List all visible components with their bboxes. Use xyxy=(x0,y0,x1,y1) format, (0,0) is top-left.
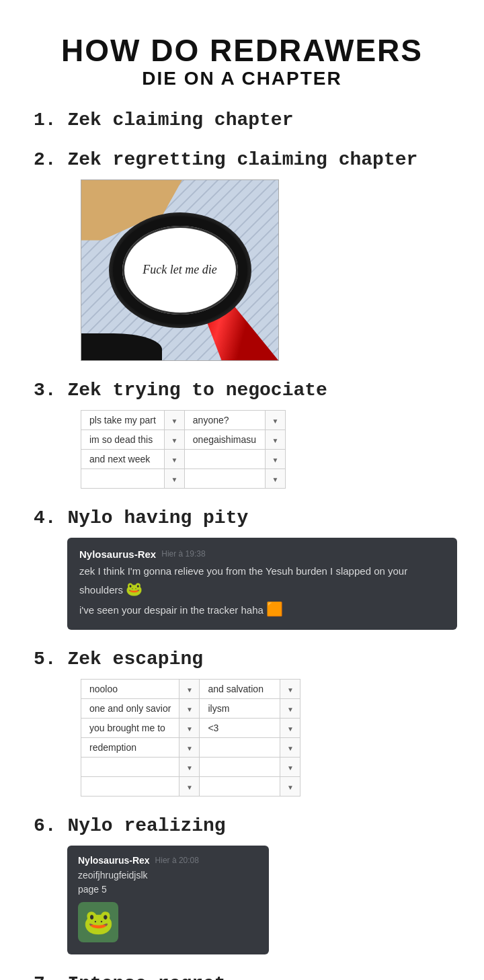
cell-5-r4c3 xyxy=(200,738,280,758)
table-row: ▼ ▼ xyxy=(81,468,286,488)
cell-r4c3 xyxy=(184,468,265,488)
discord-header-6: Nylosaurus-Rex Hier à 20:08 xyxy=(78,855,258,866)
cell-r3c3 xyxy=(184,449,265,468)
section-3-heading: 3. Zek trying to negociate xyxy=(34,380,457,401)
dropdown-5-r1c1[interactable]: ▼ xyxy=(179,680,200,699)
cell-5-r1c3: and salvation xyxy=(200,680,280,699)
title-block: HOW DO REDRAWERS DIE ON A CHAPTER xyxy=(27,34,457,89)
dropdown-r1c2[interactable]: ▼ xyxy=(265,410,285,430)
table-row: redemption ▼ ▼ xyxy=(81,738,300,758)
cell-5-r3c3: <3 xyxy=(200,719,280,738)
bubble-text: Fuck let me die xyxy=(143,263,216,277)
discord-username-6: Nylosaurus-Rex xyxy=(78,855,150,866)
main-title: HOW DO REDRAWERS xyxy=(27,34,457,68)
section-6-heading: 6. Nylo realizing xyxy=(34,815,457,836)
section-1-heading: 1. Zek claiming chapter xyxy=(34,110,457,130)
section-5: 5. Zek escaping nooloo ▼ and salvation ▼… xyxy=(27,649,457,797)
cell-r2c3: onegaishimasu xyxy=(184,430,265,449)
cell-r3c1: and next week xyxy=(81,449,165,468)
section-6: 6. Nylo realizing Nylosaurus-Rex Hier à … xyxy=(27,815,457,954)
sub-title: DIE ON A CHAPTER xyxy=(27,68,457,89)
discord-timestamp-6: Hier à 20:08 xyxy=(155,856,199,865)
cell-5-r6c3 xyxy=(200,777,280,797)
pepe-face-icon: 🐸 xyxy=(78,902,118,942)
cell-5-r1c1: nooloo xyxy=(81,680,179,699)
dropdown-5-r2c1[interactable]: ▼ xyxy=(179,699,200,719)
dropdown-r3c1[interactable]: ▼ xyxy=(164,449,184,468)
cell-5-r6c1 xyxy=(81,777,179,797)
section-3-table: pls take my part ▼ anyone? ▼ im so dead … xyxy=(81,410,286,489)
discord-text-6-1: zeoifjhrugfeidjslk xyxy=(78,868,258,883)
dropdown-5-r2c2[interactable]: ▼ xyxy=(280,699,300,719)
table-row: im so dead this ▼ onegaishimasu ▼ xyxy=(81,430,286,449)
dropdown-5-r4c2[interactable]: ▼ xyxy=(280,738,300,758)
dropdown-5-r5c2[interactable]: ▼ xyxy=(280,758,300,777)
section-2: 2. Zek regretting claiming chapter Fuck … xyxy=(27,149,457,361)
section-1: 1. Zek claiming chapter xyxy=(27,110,457,130)
dropdown-5-r3c2[interactable]: ▼ xyxy=(280,719,300,738)
discord-timestamp-4: Hier à 19:38 xyxy=(161,549,205,559)
dropdown-r3c2[interactable]: ▼ xyxy=(265,449,285,468)
discord-message-4: Nylosaurus-Rex Hier à 19:38 zek I think … xyxy=(67,538,457,630)
cell-r2c1: im so dead this xyxy=(81,430,165,449)
cell-5-r3c1: you brought me to xyxy=(81,719,179,738)
emoji-orange: 🟧 xyxy=(266,602,283,616)
speech-bubble: Fuck let me die xyxy=(113,216,247,324)
cell-r1c1: pls take my part xyxy=(81,410,165,430)
table-row: ▼ ▼ xyxy=(81,777,300,797)
discord-text-4-2: i've seen your despair in the tracker ha… xyxy=(79,599,445,619)
cell-5-r2c1: one and only savior xyxy=(81,699,179,719)
table-row: one and only savior ▼ ilysm ▼ xyxy=(81,699,300,719)
table-row: pls take my part ▼ anyone? ▼ xyxy=(81,410,286,430)
dropdown-5-r5c1[interactable]: ▼ xyxy=(179,758,200,777)
section-3: 3. Zek trying to negociate pls take my p… xyxy=(27,380,457,489)
section-4-heading: 4. Nylo having pity xyxy=(34,507,457,528)
cell-5-r2c3: ilysm xyxy=(200,699,280,719)
section-7-heading: 7. Intense regret xyxy=(34,973,457,980)
discord-text-4-1: zek I think I'm gonna relieve you from t… xyxy=(79,564,445,600)
dropdown-5-r1c2[interactable]: ▼ xyxy=(280,680,300,699)
dropdown-r2c1[interactable]: ▼ xyxy=(164,430,184,449)
dropdown-5-r6c1[interactable]: ▼ xyxy=(179,777,200,797)
discord-text-6-2: page 5 xyxy=(78,883,258,897)
cell-5-r5c1 xyxy=(81,758,179,777)
cell-r4c1 xyxy=(81,468,165,488)
table-row: ▼ ▼ xyxy=(81,758,300,777)
emoji-frog: 🐸 xyxy=(126,581,143,596)
cell-5-r5c3 xyxy=(200,758,280,777)
dropdown-r2c2[interactable]: ▼ xyxy=(265,430,285,449)
dropdown-r4c2[interactable]: ▼ xyxy=(265,468,285,488)
discord-username-4: Nylosaurus-Rex xyxy=(79,548,156,560)
section-5-table: nooloo ▼ and salvation ▼ one and only sa… xyxy=(81,679,300,797)
manga-panel: Fuck let me die xyxy=(81,179,279,361)
section-4: 4. Nylo having pity Nylosaurus-Rex Hier … xyxy=(27,507,457,630)
table-row: and next week ▼ ▼ xyxy=(81,449,286,468)
table-row: you brought me to ▼ <3 ▼ xyxy=(81,719,300,738)
table-row: nooloo ▼ and salvation ▼ xyxy=(81,680,300,699)
discord-message-6: Nylosaurus-Rex Hier à 20:08 zeoifjhrugfe… xyxy=(67,846,269,954)
cell-5-r4c1: redemption xyxy=(81,738,179,758)
cell-r1c3: anyone? xyxy=(184,410,265,430)
dropdown-r4c1[interactable]: ▼ xyxy=(164,468,184,488)
section-5-heading: 5. Zek escaping xyxy=(34,649,457,669)
pepe-sticker: 🐸 xyxy=(78,902,118,942)
dropdown-5-r4c1[interactable]: ▼ xyxy=(179,738,200,758)
dropdown-5-r3c1[interactable]: ▼ xyxy=(179,719,200,738)
discord-header-4: Nylosaurus-Rex Hier à 19:38 xyxy=(79,548,445,560)
section-7: 7. Intense regret Nylosaurus-Rex Aujourd… xyxy=(27,973,457,980)
section-2-heading: 2. Zek regretting claiming chapter xyxy=(34,149,457,170)
dropdown-5-r6c2[interactable]: ▼ xyxy=(280,777,300,797)
dropdown-r1c1[interactable]: ▼ xyxy=(164,410,184,430)
